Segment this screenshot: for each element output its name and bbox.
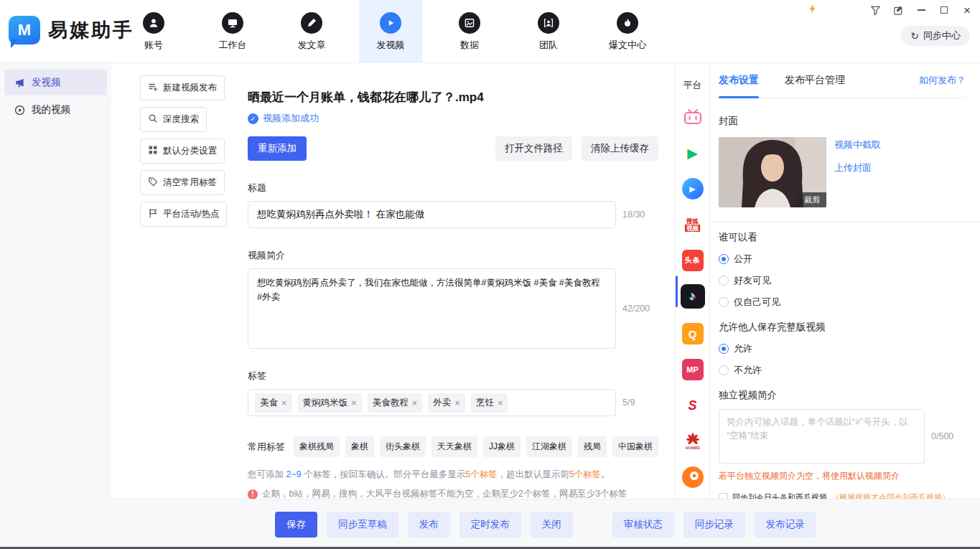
tags-label: 标签 bbox=[248, 370, 661, 383]
allow-save-label: 允许他人保存完整版视频 bbox=[719, 321, 966, 334]
close-button[interactable]: × bbox=[961, 4, 973, 16]
deep-search-button[interactable]: 深度搜索 bbox=[140, 107, 207, 132]
remove-tag-icon[interactable]: × bbox=[412, 398, 418, 408]
sync-toutiao-checkbox[interactable] bbox=[719, 493, 728, 499]
radio-icon bbox=[719, 365, 729, 375]
topnav-item-account[interactable]: 账号 bbox=[122, 0, 185, 63]
common-tag[interactable]: 残局 bbox=[578, 436, 607, 457]
flash-icon bbox=[807, 4, 818, 17]
common-tag[interactable]: JJ象棋 bbox=[483, 436, 521, 457]
publish-records-button[interactable]: 发布记录 bbox=[755, 512, 816, 538]
tag-chip[interactable]: 外卖× bbox=[428, 393, 465, 413]
title-input[interactable] bbox=[248, 201, 616, 228]
tag-chip[interactable]: 美食教程× bbox=[368, 393, 423, 413]
video-form: 晒最近一个月账单，钱都花在哪儿了？.mp4 ✓ 视频添加成功 重新添加 打开文件… bbox=[237, 63, 675, 499]
platform-sohu-video-icon[interactable]: 搜狐 视频 bbox=[682, 214, 704, 235]
tag-chip[interactable]: 黄焖鸡米饭× bbox=[298, 393, 362, 413]
remove-tag-icon[interactable]: × bbox=[498, 398, 503, 408]
new-video-publish-button[interactable]: 新建视频发布 bbox=[140, 75, 225, 100]
minimize-button[interactable] bbox=[915, 4, 927, 16]
common-tag[interactable]: 江湖象棋 bbox=[526, 436, 572, 457]
edit-icon[interactable] bbox=[892, 4, 904, 16]
tab-platform-management[interactable]: 发布平台管理 bbox=[785, 63, 845, 98]
remove-tag-icon[interactable]: × bbox=[454, 398, 460, 408]
common-tag[interactable]: 象棋 bbox=[345, 436, 374, 457]
save-button[interactable]: 保存 bbox=[275, 512, 317, 538]
common-tags-label: 常用标签 bbox=[248, 441, 285, 454]
title-label: 标题 bbox=[248, 182, 661, 194]
platform-toutiao-icon[interactable]: 头条 bbox=[682, 250, 704, 271]
independent-desc-textarea[interactable] bbox=[719, 409, 925, 464]
allow-save-option-allow[interactable]: 允许 bbox=[719, 342, 966, 355]
topnav-item-hot-center[interactable]: 爆文中心 bbox=[596, 0, 659, 63]
platform-strip: 平台 ▶ ▶ 搜狐 视频 头条 ♪ Q MP S HUAWEI bbox=[675, 63, 709, 499]
close-form-button[interactable]: 关闭 bbox=[531, 512, 573, 538]
visibility-option-public[interactable]: 公开 bbox=[719, 253, 966, 266]
capture-from-video-link[interactable]: 视频中截取 bbox=[834, 139, 881, 151]
check-icon: ✓ bbox=[248, 113, 258, 124]
sidebar-item-publish-video[interactable]: 发视频 bbox=[4, 70, 107, 95]
tag-chip[interactable]: 烹饪× bbox=[471, 393, 508, 413]
platform-activity-button[interactable]: 平台活动/热点 bbox=[140, 202, 227, 227]
content-area: 新建视频发布 深度搜索 默认分类设置 清空常用标签 平台活动/热点 晒最近一个月… bbox=[111, 63, 980, 499]
sync-center-button[interactable]: ↻ 同步中心 bbox=[901, 26, 970, 46]
readd-button[interactable]: 重新添加 bbox=[248, 136, 307, 161]
crop-badge[interactable]: 裁剪 bbox=[798, 192, 826, 207]
platform-iqiyi-icon[interactable]: ▶ bbox=[682, 142, 704, 164]
topbar: M 易媒助手 账号 工作台 发文章 bbox=[0, 0, 980, 63]
topnav-item-publish-video[interactable]: 发视频 bbox=[359, 0, 422, 63]
video-filename: 晒最近一个月账单，钱都花在哪儿了？.mp4 bbox=[248, 89, 661, 105]
cover-section: 裁剪 视频中截取 上传封面 bbox=[719, 137, 966, 207]
platform-huawei-icon[interactable]: HUAWEI bbox=[682, 431, 704, 452]
upload-cover-link[interactable]: 上传封面 bbox=[834, 161, 881, 174]
common-tag[interactable]: 象棋残局 bbox=[294, 436, 340, 457]
remove-tag-icon[interactable]: × bbox=[351, 398, 357, 408]
independent-desc-row: 0/500 bbox=[719, 409, 966, 464]
common-tag[interactable]: 街头象棋 bbox=[380, 436, 426, 457]
how-to-publish-link[interactable]: 如何发布？ bbox=[919, 74, 966, 87]
app-window: M 易媒助手 账号 工作台 发文章 bbox=[0, 0, 980, 549]
clear-tags-button[interactable]: 清空常用标签 bbox=[140, 170, 225, 195]
description-counter: 42/200 bbox=[622, 304, 650, 314]
topnav-item-data[interactable]: 数据 bbox=[438, 0, 501, 63]
common-tag[interactable]: 天天象棋 bbox=[431, 436, 477, 457]
tab-publish-settings[interactable]: 发布设置 bbox=[719, 63, 759, 98]
topnav-item-team[interactable]: 团队 bbox=[517, 0, 580, 63]
maximize-button[interactable] bbox=[938, 4, 950, 16]
platform-qiehao-icon[interactable]: Q bbox=[682, 323, 704, 344]
topnav-item-publish-article[interactable]: 发文章 bbox=[280, 0, 343, 63]
sync-to-draft-button[interactable]: 同步至草稿 bbox=[327, 512, 398, 538]
common-tag[interactable]: 中国象棋 bbox=[612, 436, 658, 457]
platform-sina-icon[interactable]: S bbox=[682, 395, 704, 416]
cover-thumbnail[interactable]: 裁剪 bbox=[719, 137, 826, 207]
visibility-option-private[interactable]: 仅自己可见 bbox=[719, 296, 966, 309]
platform-bilibili-icon[interactable] bbox=[682, 106, 704, 128]
play-icon bbox=[380, 12, 401, 34]
open-file-path-button[interactable]: 打开文件路径 bbox=[495, 136, 572, 161]
bottom-action-bar: 保存 同步至草稿 发布 定时发布 关闭 审核状态 同步记录 发布记录 bbox=[111, 499, 980, 549]
platform-mp-icon[interactable]: MP bbox=[682, 359, 704, 380]
default-category-button[interactable]: 默认分类设置 bbox=[140, 139, 225, 164]
selected-platform-indicator bbox=[676, 276, 678, 307]
tag-chip[interactable]: 美食× bbox=[255, 393, 292, 413]
allow-save-option-deny[interactable]: 不允许 bbox=[719, 364, 966, 377]
sync-records-button[interactable]: 同步记录 bbox=[683, 512, 745, 538]
platform-haokan-icon[interactable]: ▶ bbox=[682, 178, 704, 200]
review-status-button[interactable]: 审核状态 bbox=[612, 512, 674, 538]
remove-tag-icon[interactable]: × bbox=[281, 398, 287, 408]
filter-icon[interactable] bbox=[869, 4, 881, 16]
visibility-option-friends[interactable]: 好友可见 bbox=[719, 274, 966, 287]
sidebar-item-my-videos[interactable]: 我的视频 bbox=[4, 97, 107, 123]
tags-input[interactable]: 美食× 黄焖鸡米饭× 美食教程× 外卖× 烹饪× bbox=[248, 389, 616, 416]
clear-upload-cache-button[interactable]: 清除上传缓存 bbox=[582, 136, 658, 161]
topnav-item-workbench[interactable]: 工作台 bbox=[201, 0, 264, 63]
flag-icon bbox=[148, 208, 158, 220]
platform-dayu-icon[interactable] bbox=[682, 466, 704, 488]
tag-icon bbox=[148, 177, 158, 189]
cover-links: 视频中截取 上传封面 bbox=[834, 137, 881, 207]
warning-icon: ! bbox=[248, 489, 258, 499]
publish-button[interactable]: 发布 bbox=[408, 512, 450, 538]
platform-douyin-icon[interactable]: ♪ bbox=[681, 284, 705, 309]
scheduled-publish-button[interactable]: 定时发布 bbox=[459, 512, 521, 538]
description-textarea[interactable]: 想吃黄焖鸡别再点外卖了，我们在家也能做，方法很简单#黄焖鸡米饭 #美食 #美食教… bbox=[248, 268, 616, 349]
